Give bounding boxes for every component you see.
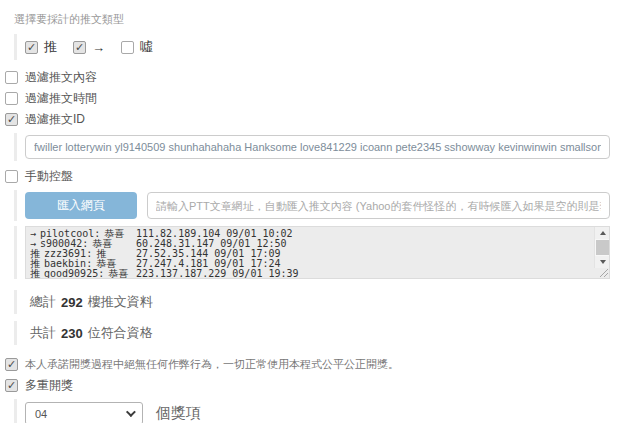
filter-content-checkbox[interactable]: ✓ <box>5 71 18 84</box>
push-meta: 223.137.187.229 09/01 19:39 <box>136 269 256 279</box>
filter-time-checkbox[interactable]: ✓ <box>5 92 18 105</box>
boo-checkbox[interactable]: ✓ <box>121 41 134 54</box>
push-type-section-label: 選擇要採計的推文類型 <box>14 12 640 27</box>
push-user: s900042: <box>40 239 88 249</box>
push-line: →pilotcool:恭喜 111.82.189.104 09/01 10:02 <box>30 229 589 239</box>
total-pushes-stat: 總計 292 樓推文資料 <box>14 290 610 314</box>
prize-count-select[interactable]: 04 <box>25 402 143 423</box>
scroll-down-icon[interactable] <box>595 256 610 268</box>
scroll-up-icon[interactable] <box>595 227 610 239</box>
push-data-textarea[interactable]: →pilotcool:恭喜 111.82.189.104 09/01 10:02… <box>25 226 610 279</box>
id-filter-block <box>14 133 610 161</box>
id-filter-input[interactable] <box>25 135 610 159</box>
fairness-checkbox[interactable]: ✓ <box>5 358 18 371</box>
push-line: 推zzz3691:推 27.52.35.144 09/01 17:09 <box>30 249 589 259</box>
checkmark-icon: ✓ <box>7 380 16 391</box>
push-user: baekbin: <box>44 259 92 269</box>
push-tag: 推 <box>30 269 40 279</box>
total-count: 292 <box>61 295 83 310</box>
filter-id-label: 過濾推文ID <box>25 111 85 128</box>
push-type-option-boo[interactable]: ✓ 噓 <box>121 38 153 56</box>
prize-count-value: 04 <box>35 408 47 420</box>
push-checkbox[interactable]: ✓ <box>25 41 38 54</box>
arrow-label: → <box>92 40 105 55</box>
push-text: 恭喜 <box>92 239 112 249</box>
push-lines: →pilotcool:恭喜 111.82.189.104 09/01 10:02… <box>26 227 609 279</box>
filter-time-label: 過濾推文時間 <box>25 90 97 107</box>
push-label: 推 <box>44 38 57 56</box>
push-user: zzz3691: <box>44 249 92 259</box>
filter-content-option[interactable]: ✓ 過濾推文內容 <box>5 70 640 85</box>
qualified-prefix: 共計 <box>30 324 56 342</box>
stats-section: 總計 292 樓推文資料 共計 230 位符合資格 <box>0 290 640 345</box>
push-line: 推baekbin:恭喜 27.247.4.181 09/01 17:24 <box>30 259 589 269</box>
fairness-disclaimer-option[interactable]: ✓ 本人承諾開獎過程中絕無任何作弊行為，一切正常使用本程式公平公正開獎。 <box>5 357 640 372</box>
fairness-label: 本人承諾開獎過程中絕無任何作弊行為，一切正常使用本程式公平公正開獎。 <box>25 357 399 372</box>
total-prefix: 總計 <box>30 293 56 311</box>
multi-draw-label: 多重開獎 <box>25 377 73 394</box>
boo-label: 噓 <box>140 38 153 56</box>
manual-rig-option[interactable]: ✓ 手動控盤 <box>5 169 640 184</box>
push-user: pilotcool: <box>40 229 100 239</box>
push-user: good90925: <box>44 269 104 279</box>
chevron-down-icon <box>126 407 136 417</box>
checkmark-icon: ✓ <box>7 359 16 370</box>
push-text: 恭喜 <box>108 269 128 279</box>
checkmark-icon: ✓ <box>7 114 16 125</box>
filter-id-option[interactable]: ✓ 過濾推文ID <box>5 112 640 127</box>
arrow-checkbox[interactable]: ✓ <box>73 41 86 54</box>
import-section: 匯入網頁 <box>14 190 610 221</box>
push-type-options: ✓ 推 ✓ → ✓ 噓 <box>14 34 610 60</box>
total-suffix: 樓推文資料 <box>88 293 153 311</box>
qualified-stat: 共計 230 位符合資格 <box>14 321 610 345</box>
push-line: 推good90925:恭喜 223.137.187.229 09/01 19:3… <box>30 269 589 279</box>
push-text: 恭喜 <box>96 259 116 269</box>
ptt-lottery-page: 選擇要採計的推文類型 ✓ 推 ✓ → ✓ 噓 ✓ 過濾推文內容 ✓ 過濾推文時間… <box>0 0 640 423</box>
filter-content-label: 過濾推文內容 <box>25 69 97 86</box>
push-type-option-arrow[interactable]: ✓ → <box>73 40 105 55</box>
article-url-input[interactable] <box>147 192 610 219</box>
multi-draw-option[interactable]: ✓ 多重開獎 <box>5 378 640 393</box>
qualified-suffix: 位符合資格 <box>88 324 153 342</box>
manual-rig-checkbox[interactable]: ✓ <box>5 170 18 183</box>
textarea-scrollbar[interactable] <box>594 227 609 268</box>
filter-id-checkbox[interactable]: ✓ <box>5 113 18 126</box>
push-tag: 推 <box>30 249 40 259</box>
checkmark-icon: ✓ <box>27 42 36 53</box>
push-data-block: →pilotcool:恭喜 111.82.189.104 09/01 10:02… <box>14 226 610 279</box>
push-tag: 推 <box>30 259 40 269</box>
push-line: →s900042:恭喜 60.248.31.147 09/01 12:50 <box>30 239 589 249</box>
import-url-button[interactable]: 匯入網頁 <box>25 192 137 219</box>
push-tag: → <box>30 229 36 239</box>
manual-rig-label: 手動控盤 <box>25 168 73 185</box>
scrollbar-thumb[interactable] <box>596 240 609 255</box>
prize-count-section: 04 個獎項 此選項可一次開出多位得獎者 <box>14 399 610 423</box>
checkmark-icon: ✓ <box>75 42 84 53</box>
qualified-count: 230 <box>61 326 83 341</box>
filter-time-option[interactable]: ✓ 過濾推文時間 <box>5 91 640 106</box>
prize-unit-label: 個獎項 <box>156 404 201 423</box>
push-type-option-push[interactable]: ✓ 推 <box>25 38 57 56</box>
push-text: 推 <box>96 249 106 259</box>
push-text: 恭喜 <box>104 229 124 239</box>
multi-draw-checkbox[interactable]: ✓ <box>5 379 18 392</box>
push-tag: → <box>30 239 36 249</box>
